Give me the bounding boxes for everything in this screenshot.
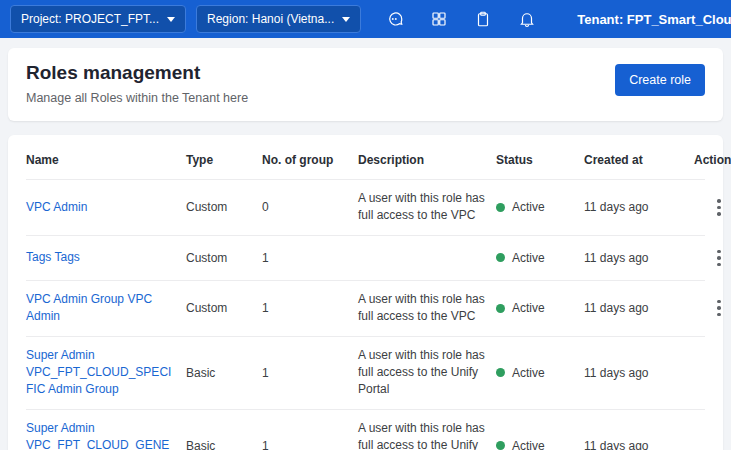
- clipboard-icon[interactable]: [473, 9, 493, 29]
- column-header-groups: No. of group: [262, 153, 350, 167]
- roles-table-card: Name Type No. of group Description Statu…: [8, 135, 723, 450]
- row-actions-kebab-icon[interactable]: [708, 296, 730, 320]
- role-group-count: 1: [262, 301, 350, 315]
- role-group-count: 1: [262, 439, 350, 450]
- status-dot-icon: [496, 441, 505, 450]
- region-selector[interactable]: Region: Hanoi (Vietna...: [196, 5, 361, 33]
- role-name-link[interactable]: Tags Tags: [26, 249, 178, 266]
- column-header-created: Created at: [584, 153, 686, 167]
- role-type: Custom: [186, 301, 254, 315]
- table-row: Super Admin VPC_FPT_CLOUD_GENERAL Admin …: [26, 409, 705, 450]
- topbar-icon-group: [385, 9, 537, 29]
- role-type: Basic: [186, 439, 254, 450]
- chevron-down-icon: [167, 17, 175, 22]
- region-selector-label: Region: Hanoi (Vietna...: [207, 12, 334, 26]
- role-type: Basic: [186, 366, 254, 380]
- status-badge: Active: [496, 366, 576, 380]
- status-label: Active: [512, 200, 545, 214]
- tenant-selector-label: Tenant: FPT_Smart_Cloud_Demo: [577, 12, 731, 27]
- top-navigation-bar: Project: PROJECT_FPT... Region: Hanoi (V…: [0, 0, 731, 38]
- chevron-down-icon: [342, 17, 350, 22]
- column-header-type: Type: [186, 153, 254, 167]
- table-row: Super Admin VPC_FPT_CLOUD_SPECIFIC Admin…: [26, 336, 705, 409]
- status-badge: Active: [496, 439, 576, 450]
- status-dot-icon: [496, 304, 505, 313]
- role-type: Custom: [186, 251, 254, 265]
- row-actions-kebab-icon[interactable]: [708, 246, 730, 270]
- status-badge: Active: [496, 301, 576, 315]
- role-created-at: 11 days ago: [584, 251, 686, 265]
- row-actions-kebab-icon[interactable]: [708, 195, 730, 219]
- role-name-link[interactable]: VPC Admin Group VPC Admin: [26, 291, 178, 326]
- role-group-count: 0: [262, 200, 350, 214]
- role-description: A user with this role has full access to…: [358, 291, 488, 326]
- role-group-count: 1: [262, 251, 350, 265]
- column-header-description: Description: [358, 153, 488, 167]
- table-header-row: Name Type No. of group Description Statu…: [26, 141, 705, 179]
- status-label: Active: [512, 439, 545, 450]
- role-type: Custom: [186, 200, 254, 214]
- status-badge: Active: [496, 251, 576, 265]
- table-row: VPC Admin Custom 0 A user with this role…: [26, 179, 705, 235]
- role-description: A user with this role has full access to…: [358, 347, 488, 399]
- status-dot-icon: [496, 203, 505, 212]
- tenant-selector[interactable]: Tenant: FPT_Smart_Cloud_Demo: [577, 12, 731, 27]
- create-role-button[interactable]: Create role: [615, 64, 705, 96]
- status-label: Active: [512, 301, 545, 315]
- bell-icon[interactable]: [517, 9, 537, 29]
- column-header-name: Name: [26, 153, 178, 167]
- role-name-link[interactable]: Super Admin VPC_FPT_CLOUD_GENERAL Admin …: [26, 420, 178, 450]
- status-dot-icon: [496, 368, 505, 377]
- role-group-count: 1: [262, 366, 350, 380]
- role-created-at: 11 days ago: [584, 366, 686, 380]
- role-created-at: 11 days ago: [584, 200, 686, 214]
- page-title: Roles management: [26, 62, 705, 84]
- page-header-card: Roles management Manage all Roles within…: [8, 48, 723, 121]
- role-description: A user with this role has full access to…: [358, 420, 488, 450]
- page-subtitle: Manage all Roles within the Tenant here: [26, 91, 705, 105]
- project-selector[interactable]: Project: PROJECT_FPT...: [10, 5, 186, 33]
- role-name-link[interactable]: VPC Admin: [26, 199, 178, 216]
- table-row: Tags Tags Custom 1 Active 11 days ago: [26, 235, 705, 280]
- support-chat-icon[interactable]: [385, 9, 405, 29]
- apps-grid-icon[interactable]: [429, 9, 449, 29]
- role-description: A user with this role has full access to…: [358, 190, 488, 225]
- role-created-at: 11 days ago: [584, 439, 686, 450]
- role-created-at: 11 days ago: [584, 301, 686, 315]
- column-header-status: Status: [496, 153, 576, 167]
- status-dot-icon: [496, 253, 505, 262]
- status-badge: Active: [496, 200, 576, 214]
- status-label: Active: [512, 366, 545, 380]
- project-selector-label: Project: PROJECT_FPT...: [21, 12, 159, 26]
- table-row: VPC Admin Group VPC Admin Custom 1 A use…: [26, 280, 705, 336]
- column-header-actions: Actions: [694, 153, 731, 167]
- role-name-link[interactable]: Super Admin VPC_FPT_CLOUD_SPECIFIC Admin…: [26, 347, 178, 399]
- status-label: Active: [512, 251, 545, 265]
